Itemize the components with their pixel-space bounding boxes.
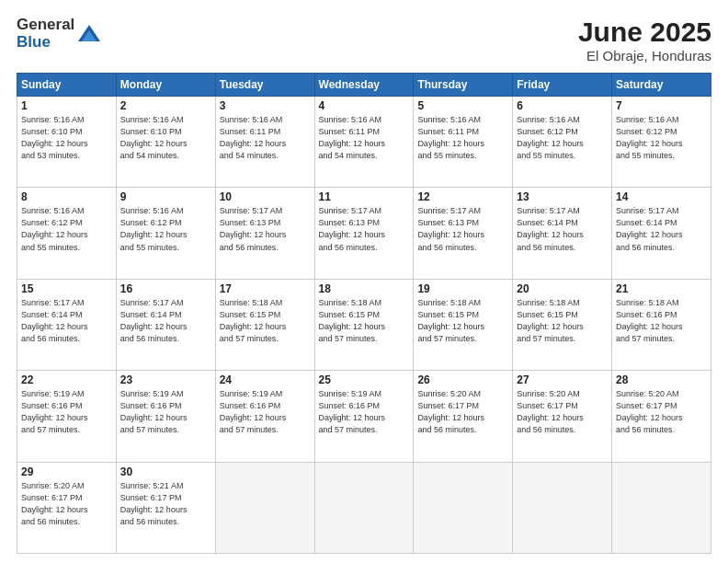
calendar-cell <box>513 462 612 553</box>
calendar-cell: 24Sunrise: 5:19 AM Sunset: 6:16 PM Dayli… <box>215 371 314 462</box>
calendar-cell: 4Sunrise: 5:16 AM Sunset: 6:11 PM Daylig… <box>314 97 414 188</box>
calendar-cell: 14Sunrise: 5:17 AM Sunset: 6:14 PM Dayli… <box>612 188 711 279</box>
day-number: 12 <box>417 190 508 203</box>
day-number: 5 <box>417 99 508 112</box>
calendar-cell: 17Sunrise: 5:18 AM Sunset: 6:15 PM Dayli… <box>215 279 314 370</box>
calendar-cell: 11Sunrise: 5:17 AM Sunset: 6:13 PM Dayli… <box>314 188 414 279</box>
calendar-cell: 20Sunrise: 5:18 AM Sunset: 6:15 PM Dayli… <box>513 279 612 370</box>
header: General Blue June 2025 El Obraje, Hondur… <box>17 17 711 63</box>
calendar-cell: 30Sunrise: 5:21 AM Sunset: 6:17 PM Dayli… <box>116 462 215 553</box>
day-info: Sunrise: 5:16 AM Sunset: 6:10 PM Dayligh… <box>21 114 112 162</box>
day-number: 16 <box>120 282 211 295</box>
day-number: 17 <box>220 282 311 295</box>
calendar-cell: 1Sunrise: 5:16 AM Sunset: 6:10 PM Daylig… <box>17 97 117 188</box>
day-number: 29 <box>21 465 112 478</box>
calendar-cell: 19Sunrise: 5:18 AM Sunset: 6:15 PM Dayli… <box>414 279 513 370</box>
calendar-container: General Blue June 2025 El Obraje, Hondur… <box>0 0 728 563</box>
calendar-cell: 27Sunrise: 5:20 AM Sunset: 6:17 PM Dayli… <box>513 371 612 462</box>
day-info: Sunrise: 5:19 AM Sunset: 6:16 PM Dayligh… <box>319 388 410 436</box>
month-title: June 2025 <box>578 17 711 48</box>
calendar-week-1: 1Sunrise: 5:16 AM Sunset: 6:10 PM Daylig… <box>17 97 711 188</box>
day-number: 25 <box>319 373 410 386</box>
calendar-cell: 28Sunrise: 5:20 AM Sunset: 6:17 PM Dayli… <box>612 371 711 462</box>
day-info: Sunrise: 5:19 AM Sunset: 6:16 PM Dayligh… <box>120 388 211 436</box>
day-info: Sunrise: 5:21 AM Sunset: 6:17 PM Dayligh… <box>120 480 211 528</box>
day-number: 14 <box>616 190 707 203</box>
day-info: Sunrise: 5:16 AM Sunset: 6:11 PM Dayligh… <box>220 114 311 162</box>
calendar-cell: 18Sunrise: 5:18 AM Sunset: 6:15 PM Dayli… <box>314 279 414 370</box>
col-tuesday: Tuesday <box>215 74 314 97</box>
day-number: 6 <box>517 99 608 112</box>
day-info: Sunrise: 5:16 AM Sunset: 6:11 PM Dayligh… <box>319 114 410 162</box>
calendar-week-4: 22Sunrise: 5:19 AM Sunset: 6:16 PM Dayli… <box>17 371 711 462</box>
day-number: 11 <box>319 190 410 203</box>
day-info: Sunrise: 5:16 AM Sunset: 6:12 PM Dayligh… <box>21 205 112 253</box>
calendar-cell: 12Sunrise: 5:17 AM Sunset: 6:13 PM Dayli… <box>414 188 513 279</box>
day-info: Sunrise: 5:18 AM Sunset: 6:15 PM Dayligh… <box>220 297 311 345</box>
day-number: 21 <box>616 282 707 295</box>
day-number: 10 <box>220 190 311 203</box>
col-monday: Monday <box>116 74 215 97</box>
day-info: Sunrise: 5:18 AM Sunset: 6:16 PM Dayligh… <box>616 297 707 345</box>
calendar-cell <box>215 462 314 553</box>
day-number: 30 <box>120 465 211 478</box>
day-info: Sunrise: 5:16 AM Sunset: 6:11 PM Dayligh… <box>417 114 508 162</box>
day-info: Sunrise: 5:18 AM Sunset: 6:15 PM Dayligh… <box>517 297 608 345</box>
day-info: Sunrise: 5:16 AM Sunset: 6:12 PM Dayligh… <box>517 114 608 162</box>
day-info: Sunrise: 5:18 AM Sunset: 6:15 PM Dayligh… <box>319 297 410 345</box>
logo-text: General Blue <box>17 17 74 51</box>
calendar-cell: 15Sunrise: 5:17 AM Sunset: 6:14 PM Dayli… <box>17 279 117 370</box>
calendar-cell: 23Sunrise: 5:19 AM Sunset: 6:16 PM Dayli… <box>116 371 215 462</box>
calendar-cell: 3Sunrise: 5:16 AM Sunset: 6:11 PM Daylig… <box>215 97 314 188</box>
day-number: 23 <box>120 373 211 386</box>
calendar-cell: 22Sunrise: 5:19 AM Sunset: 6:16 PM Dayli… <box>17 371 117 462</box>
calendar-header: Sunday Monday Tuesday Wednesday Thursday… <box>17 74 711 97</box>
day-number: 26 <box>417 373 508 386</box>
day-number: 4 <box>319 99 410 112</box>
day-number: 27 <box>517 373 608 386</box>
col-wednesday: Wednesday <box>314 74 414 97</box>
day-number: 9 <box>120 190 211 203</box>
col-saturday: Saturday <box>612 74 711 97</box>
day-info: Sunrise: 5:17 AM Sunset: 6:14 PM Dayligh… <box>517 205 608 253</box>
calendar-week-3: 15Sunrise: 5:17 AM Sunset: 6:14 PM Dayli… <box>17 279 711 370</box>
header-row: Sunday Monday Tuesday Wednesday Thursday… <box>17 74 711 97</box>
day-info: Sunrise: 5:19 AM Sunset: 6:16 PM Dayligh… <box>220 388 311 436</box>
calendar-cell: 13Sunrise: 5:17 AM Sunset: 6:14 PM Dayli… <box>513 188 612 279</box>
calendar-cell: 9Sunrise: 5:16 AM Sunset: 6:12 PM Daylig… <box>116 188 215 279</box>
day-info: Sunrise: 5:17 AM Sunset: 6:13 PM Dayligh… <box>319 205 410 253</box>
logo: General Blue <box>17 17 102 51</box>
day-number: 2 <box>120 99 211 112</box>
location: El Obraje, Honduras <box>578 48 711 63</box>
day-info: Sunrise: 5:20 AM Sunset: 6:17 PM Dayligh… <box>517 388 608 436</box>
day-number: 18 <box>319 282 410 295</box>
calendar-cell: 26Sunrise: 5:20 AM Sunset: 6:17 PM Dayli… <box>414 371 513 462</box>
calendar-cell: 29Sunrise: 5:20 AM Sunset: 6:17 PM Dayli… <box>17 462 117 553</box>
calendar-cell: 10Sunrise: 5:17 AM Sunset: 6:13 PM Dayli… <box>215 188 314 279</box>
calendar-cell: 7Sunrise: 5:16 AM Sunset: 6:12 PM Daylig… <box>612 97 711 188</box>
day-info: Sunrise: 5:16 AM Sunset: 6:12 PM Dayligh… <box>616 114 707 162</box>
day-number: 22 <box>21 373 112 386</box>
col-friday: Friday <box>513 74 612 97</box>
day-number: 7 <box>616 99 707 112</box>
calendar-cell <box>612 462 711 553</box>
calendar-cell: 2Sunrise: 5:16 AM Sunset: 6:10 PM Daylig… <box>116 97 215 188</box>
calendar-week-2: 8Sunrise: 5:16 AM Sunset: 6:12 PM Daylig… <box>17 188 711 279</box>
logo-general: General <box>17 17 74 34</box>
calendar-cell: 21Sunrise: 5:18 AM Sunset: 6:16 PM Dayli… <box>612 279 711 370</box>
day-info: Sunrise: 5:18 AM Sunset: 6:15 PM Dayligh… <box>417 297 508 345</box>
calendar-cell: 6Sunrise: 5:16 AM Sunset: 6:12 PM Daylig… <box>513 97 612 188</box>
day-info: Sunrise: 5:20 AM Sunset: 6:17 PM Dayligh… <box>21 480 112 528</box>
day-number: 8 <box>21 190 112 203</box>
calendar-body: 1Sunrise: 5:16 AM Sunset: 6:10 PM Daylig… <box>17 97 711 554</box>
logo-icon <box>76 21 102 47</box>
day-info: Sunrise: 5:17 AM Sunset: 6:13 PM Dayligh… <box>220 205 311 253</box>
day-number: 28 <box>616 373 707 386</box>
calendar-table: Sunday Monday Tuesday Wednesday Thursday… <box>17 73 711 554</box>
day-info: Sunrise: 5:16 AM Sunset: 6:10 PM Dayligh… <box>120 114 211 162</box>
logo-blue: Blue <box>17 34 74 52</box>
col-thursday: Thursday <box>414 74 513 97</box>
calendar-week-5: 29Sunrise: 5:20 AM Sunset: 6:17 PM Dayli… <box>17 462 711 553</box>
day-info: Sunrise: 5:17 AM Sunset: 6:13 PM Dayligh… <box>417 205 508 253</box>
day-number: 19 <box>417 282 508 295</box>
